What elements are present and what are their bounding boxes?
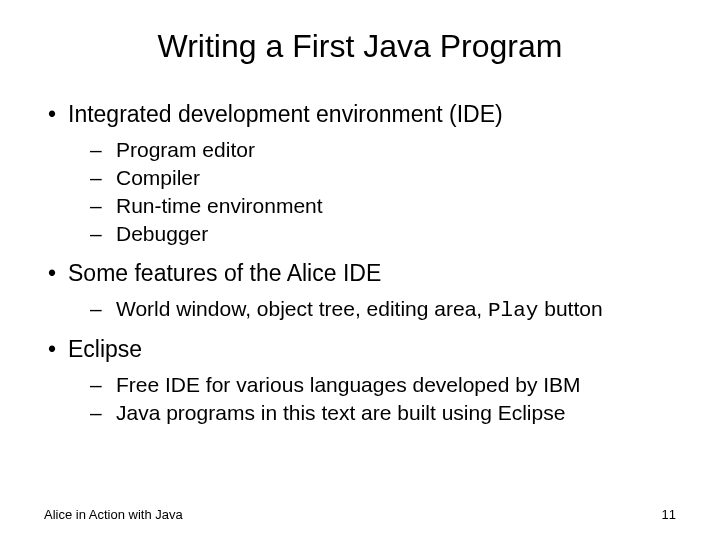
sub-text-part: World window, object tree, editing area, xyxy=(116,297,488,320)
dash-icon: – xyxy=(90,401,116,425)
sub-bullet: – Java programs in this text are built u… xyxy=(90,401,676,425)
sub-text-part: button xyxy=(538,297,602,320)
bullet-text: Some features of the Alice IDE xyxy=(68,260,381,287)
sub-bullet-text: Run-time environment xyxy=(116,194,323,218)
page-number: 11 xyxy=(662,507,676,522)
slide: Writing a First Java Program • Integrate… xyxy=(0,0,720,540)
dash-icon: – xyxy=(90,222,116,246)
sub-bullet-text: Debugger xyxy=(116,222,208,246)
sub-bullet-text: Program editor xyxy=(116,138,255,162)
sub-bullet-text: Compiler xyxy=(116,166,200,190)
footer: Alice in Action with Java 11 xyxy=(44,507,676,522)
sub-bullet: – Run-time environment xyxy=(90,194,676,218)
bullet-eclipse: • Eclipse xyxy=(48,336,676,363)
sub-bullet: – Compiler xyxy=(90,166,676,190)
sub-bullet: – Program editor xyxy=(90,138,676,162)
code-text: Play xyxy=(488,299,538,322)
bullet-alice: • Some features of the Alice IDE xyxy=(48,260,676,287)
sub-bullet-text: Java programs in this text are built usi… xyxy=(116,401,565,425)
sub-bullet: – World window, object tree, editing are… xyxy=(90,297,676,322)
bullet-dot-icon: • xyxy=(48,101,68,128)
dash-icon: – xyxy=(90,297,116,322)
sub-bullet-text: Free IDE for various languages developed… xyxy=(116,373,581,397)
bullet-dot-icon: • xyxy=(48,336,68,363)
sub-bullet: – Free IDE for various languages develop… xyxy=(90,373,676,397)
bullet-dot-icon: • xyxy=(48,260,68,287)
sub-bullet: – Debugger xyxy=(90,222,676,246)
sub-bullet-text: World window, object tree, editing area,… xyxy=(116,297,603,322)
dash-icon: – xyxy=(90,166,116,190)
footer-left: Alice in Action with Java xyxy=(44,507,183,522)
dash-icon: – xyxy=(90,373,116,397)
dash-icon: – xyxy=(90,194,116,218)
bullet-text: Eclipse xyxy=(68,336,142,363)
bullet-text: Integrated development environment (IDE) xyxy=(68,101,503,128)
slide-title: Writing a First Java Program xyxy=(44,28,676,65)
dash-icon: – xyxy=(90,138,116,162)
bullet-ide: • Integrated development environment (ID… xyxy=(48,101,676,128)
